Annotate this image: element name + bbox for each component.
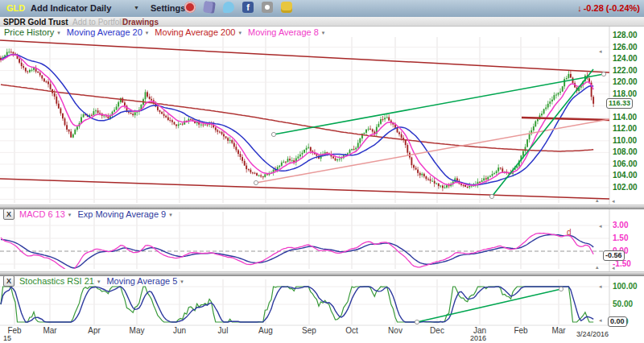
- axis-tick-label: 3.00: [613, 221, 628, 229]
- month-label: Aug: [258, 326, 273, 335]
- settings-button[interactable]: Settings: [151, 3, 185, 13]
- indicator-dropdown-arrow-icon[interactable]: ▾: [322, 30, 325, 35]
- axis-tick-label: 118.00: [613, 89, 637, 98]
- axis-tick-label: 108.00: [613, 147, 638, 156]
- axis-tick-label: 50.00: [613, 300, 633, 308]
- symbol-label: GLD: [6, 3, 25, 13]
- quote-change: ↓-0.28 (-0.24%): [577, 3, 640, 13]
- month-label: Apr: [88, 326, 101, 335]
- axis-tick-label: 1.50: [613, 233, 628, 242]
- axis-tick-label: 102.00: [613, 183, 638, 192]
- facebook-icon[interactable]: f: [242, 2, 254, 13]
- alarm-icon[interactable]: [184, 2, 196, 13]
- collapse-arrow-icon[interactable]: ▴: [596, 264, 599, 270]
- month-label: Dec: [430, 326, 444, 335]
- macd-annotation: d: [567, 228, 572, 237]
- add-to-portfolio-link[interactable]: Add to Portfolio: [72, 18, 127, 27]
- axis-tick-label: 122.00: [613, 66, 638, 75]
- app-window: GLD Add Indicator Daily ▼ Settings f ↓-0…: [0, 0, 644, 343]
- period-dropdown[interactable]: Daily: [90, 3, 111, 13]
- last-price-badge: 116.33: [606, 98, 633, 109]
- axis-tick-label: 126.00: [613, 43, 638, 52]
- macd-indicator-row: MACD 6 13▾Exp Moving Average 9▾: [19, 209, 179, 219]
- collapse-arrow-icon[interactable]: ▴: [596, 197, 599, 203]
- month-label: Jul: [218, 326, 229, 335]
- month-label: Oct: [345, 326, 358, 335]
- stoch-indicator-row: Stochastics RSI 21▾Moving Average 5▾: [19, 276, 190, 286]
- indicator-menu-label[interactable]: MACD 6 13: [19, 209, 65, 219]
- chart-canvas[interactable]: [0, 0, 644, 343]
- axis-tick-label: 104.00: [613, 171, 638, 180]
- symbol-subbar: SPDR Gold Trust Add to Portfolio Drawing…: [0, 17, 644, 27]
- indicator-dropdown-arrow-icon[interactable]: ▾: [180, 279, 184, 284]
- down-arrow-icon: ↓: [577, 3, 582, 13]
- axis-tick-label: 100.00: [613, 282, 638, 291]
- camera-lens: [265, 5, 270, 10]
- indicator-menu-label[interactable]: Moving Average 200: [155, 27, 235, 37]
- axis-tick-label: 112.00: [613, 124, 637, 133]
- price-indicator-row: Price History▾Moving Average 20▾Moving A…: [4, 27, 331, 37]
- axis-tick-label: 120.00: [613, 77, 638, 86]
- indicator-menu-label[interactable]: Moving Average 20: [67, 27, 142, 37]
- indicator-menu-label[interactable]: Exp Moving Average 9: [77, 209, 166, 219]
- indicator-dropdown-arrow-icon[interactable]: ▾: [68, 212, 72, 217]
- collapse-arrow-icon[interactable]: ◂: [599, 283, 602, 289]
- top-toolbar: GLD Add Indicator Daily ▼ Settings f ↓-0…: [0, 0, 644, 18]
- year-label-mid: 2016: [470, 334, 486, 342]
- macd-value-badge: -0.56: [603, 250, 625, 261]
- macd-close-button[interactable]: X: [3, 209, 14, 220]
- twitter-icon[interactable]: [223, 2, 234, 13]
- collapse-arrow-icon[interactable]: ◂: [612, 265, 615, 271]
- stoch-value-badge: 0.00: [608, 316, 627, 327]
- indicator-dropdown-arrow-icon[interactable]: ▾: [169, 212, 172, 217]
- month-label: Feb: [514, 326, 527, 335]
- facebook-glyph: f: [242, 2, 254, 13]
- collapse-arrow-icon[interactable]: ◂: [599, 48, 602, 54]
- panel-splitter[interactable]: [0, 205, 644, 209]
- symbol-name: SPDR Gold Trust: [3, 18, 68, 27]
- indicator-menu-label[interactable]: Price History: [4, 27, 54, 37]
- indicator-menu-label[interactable]: Stochastics RSI 21: [19, 276, 94, 286]
- add-indicator-button[interactable]: Add Indicator: [31, 3, 88, 13]
- month-label: May: [130, 326, 145, 335]
- year-label-left: 15: [3, 334, 11, 342]
- collapse-arrow-icon[interactable]: ◂: [599, 223, 602, 229]
- month-label: Jun: [173, 326, 186, 335]
- camera-icon[interactable]: [262, 2, 273, 13]
- month-label: Mar: [551, 326, 565, 335]
- collapse-arrow-icon[interactable]: ◂: [612, 198, 615, 204]
- axis-tick-label: 124.00: [613, 54, 638, 63]
- indicator-dropdown-arrow-icon[interactable]: ▾: [146, 30, 149, 35]
- indicator-menu-label[interactable]: Moving Average 8: [248, 27, 319, 37]
- stoch-close-button[interactable]: X: [3, 275, 14, 287]
- indicator-menu-label[interactable]: Moving Average 5: [106, 276, 177, 286]
- collapse-arrow-icon[interactable]: ◂: [599, 317, 602, 323]
- cube-icon[interactable]: [203, 1, 216, 14]
- indicator-dropdown-arrow-icon[interactable]: ▾: [57, 30, 60, 35]
- month-label: Nov: [388, 326, 402, 335]
- month-label: Mar: [43, 326, 56, 335]
- drawings-link[interactable]: Drawings: [122, 18, 159, 27]
- axis-tick-label: 110.00: [613, 136, 637, 145]
- axis-tick-label: 114.00: [613, 113, 637, 122]
- axis-tick-label: 128.00: [613, 31, 638, 39]
- indicator-dropdown-arrow-icon[interactable]: ▾: [97, 279, 101, 284]
- panel-splitter[interactable]: [0, 271, 644, 276]
- month-label: Sep: [302, 326, 316, 335]
- indicator-dropdown-arrow-icon[interactable]: ▾: [238, 30, 242, 35]
- axis-tick-label: 106.00: [613, 159, 638, 168]
- gold-icon[interactable]: [281, 2, 292, 13]
- end-date-label: 3/24/2016: [576, 330, 609, 338]
- period-dropdown-arrow-icon[interactable]: ▼: [134, 5, 139, 10]
